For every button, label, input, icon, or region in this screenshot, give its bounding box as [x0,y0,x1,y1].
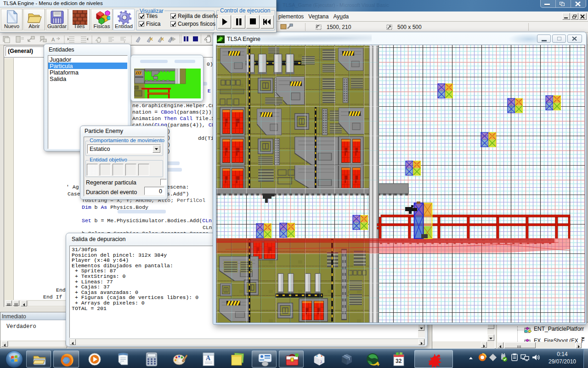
svg-text:A: A [206,355,211,362]
svg-text:32: 32 [396,358,402,364]
svg-text:λ: λ [320,359,322,364]
svg-text:A: A [51,37,55,42]
